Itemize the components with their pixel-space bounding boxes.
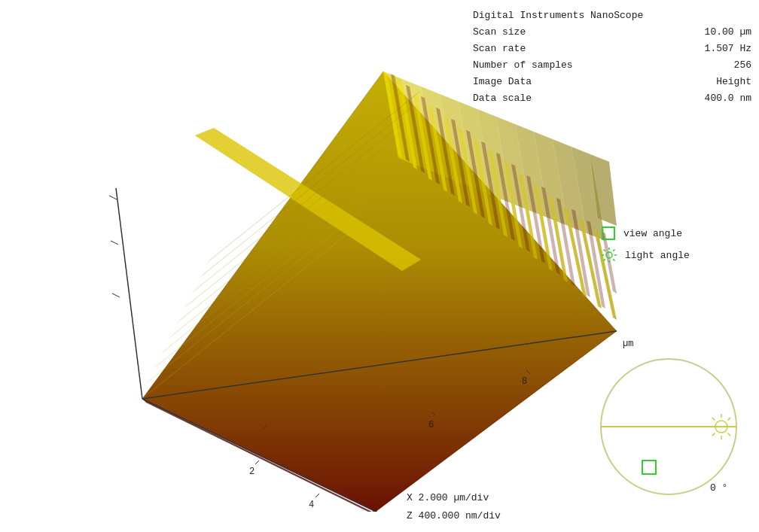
svg-rect-76 [602,227,614,239]
svg-line-83 [613,259,614,260]
metadata-value: 10.00 µm [705,24,751,41]
svg-text:2: 2 [249,467,255,477]
dial-svg: 0 ° [593,351,744,502]
metadata-value: 256 [734,57,751,74]
svg-line-96 [728,433,731,436]
light-angle-label: light angle [625,250,690,261]
legend-view-angle: view angle [601,226,751,241]
svg-text:8: 8 [522,376,527,387]
title-text: Digital Instruments NanoScope [473,8,643,24]
svg-line-93 [712,418,715,421]
z-scale-label: Z 400.000 nm/div [407,507,501,524]
title-row: Digital Instruments NanoScope [473,8,751,24]
metadata-value: Height [716,74,751,90]
svg-text:4: 4 [309,500,314,510]
metadata-row: Scan size10.00 µm [473,24,751,41]
svg-text:0 °: 0 ° [710,482,727,494]
svg-text:µm: µm [623,339,633,349]
view-angle-icon [601,226,616,241]
svg-line-85 [604,259,605,260]
metadata-row: Image DataHeight [473,74,751,90]
svg-line-94 [728,418,731,421]
svg-line-82 [604,250,605,251]
metadata-label: Number of samples [473,57,601,74]
x-scale-label: X 2.000 µm/div [407,489,501,506]
svg-point-77 [606,252,612,258]
light-angle-icon [601,247,617,263]
scale-info: X 2.000 µm/div Z 400.000 nm/div [407,489,501,524]
metadata-label: Image Data [473,74,601,90]
metadata-row: Number of samples256 [473,57,751,74]
main-container: 2 4 6 8 µm Digital Instruments NanoScope… [0,0,759,532]
legend-panel: view angle light angle [601,226,751,269]
metadata-rows: Scan size10.00 µmScan rate1.507 HzNumber… [473,24,751,107]
svg-rect-97 [642,461,656,474]
metadata-label: Data scale [473,90,601,107]
angle-dial: 0 ° [593,351,744,502]
view-angle-label: view angle [623,228,682,239]
metadata-label: Scan rate [473,41,601,57]
metadata-value: 400.0 nm [705,90,751,107]
metadata-row: Scan rate1.507 Hz [473,41,751,57]
legend-light-angle: light angle [601,247,751,263]
svg-line-95 [712,433,715,436]
svg-line-84 [613,250,614,251]
metadata-label: Scan size [473,24,601,41]
metadata-row: Data scale400.0 nm [473,90,751,107]
metadata-value: 1.507 Hz [705,41,751,57]
info-panel: Digital Instruments NanoScope Scan size1… [473,8,751,108]
svg-text:6: 6 [428,420,434,430]
